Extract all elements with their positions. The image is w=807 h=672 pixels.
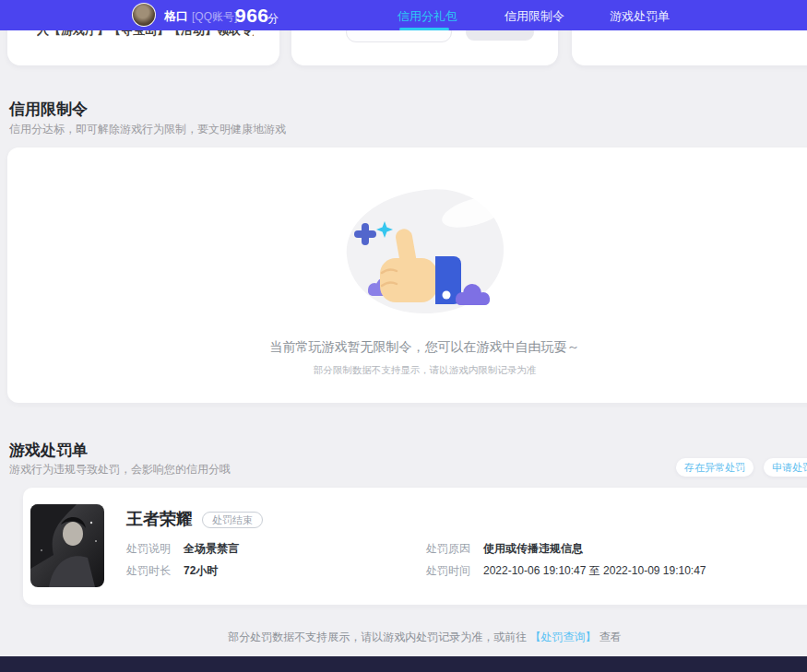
- tab-credit-restriction[interactable]: 信用限制令: [504, 8, 564, 25]
- game-name: 王者荣耀: [126, 508, 193, 530]
- credit-score: 966: [235, 5, 269, 27]
- thumbs-up-illustration: [338, 183, 513, 321]
- penalty-time-value: 2022-10-06 19:10:47 至 2022-10-09 19:10:4…: [483, 564, 706, 577]
- penalty-appeal-button[interactable]: 申请处罚申诉: [764, 458, 807, 477]
- tab-game-penalty[interactable]: 游戏处罚单: [610, 8, 670, 25]
- tab-credit-gift[interactable]: 信用分礼包: [398, 8, 457, 25]
- penalty-desc-row: 处罚说明全场景禁言: [126, 541, 239, 557]
- penalty-time-label: 处罚时间: [426, 564, 470, 577]
- penalty-reason-row: 处罚原因使用或传播违规信息: [426, 541, 583, 557]
- page-footer-bar: [0, 656, 807, 672]
- penalty-duration-label: 处罚时长: [126, 564, 171, 577]
- penalty-section-subtitle: 游戏行为违规导致处罚，会影响您的信用分哦: [9, 462, 231, 477]
- restriction-section-title: 信用限制令: [9, 99, 88, 120]
- penalty-footer-note: 部分处罚数据不支持展示，请以游戏内处罚记录为准，或前往 【处罚查询】 查看: [7, 630, 807, 645]
- user-name: 格口: [164, 8, 188, 25]
- avatar: [132, 3, 156, 27]
- penalty-query-link[interactable]: 【处罚查询】: [530, 631, 597, 643]
- penalty-duration-value: 72小时: [184, 564, 218, 577]
- header-bar: 格口 [QQ账号] 966 分 信用分礼包 信用限制令 游戏处罚单: [0, 0, 807, 30]
- abnormal-penalty-button[interactable]: 存在异常处罚: [676, 458, 754, 477]
- account-type-label: [QQ账号]: [192, 9, 237, 25]
- empty-state-message: 当前常玩游戏暂无限制令，您可以在游戏中自由玩耍～: [270, 339, 580, 356]
- penalty-desc-value: 全场景禁言: [184, 542, 239, 555]
- penalty-section-title: 游戏处罚单: [9, 440, 88, 461]
- active-tab-underline: [399, 28, 449, 30]
- penalty-record-card: 王者荣耀 处罚结束 处罚说明全场景禁言 处罚原因使用或传播违规信息 处罚时长72…: [23, 488, 807, 605]
- penalty-status-badge: 处罚结束: [202, 512, 263, 528]
- penalty-desc-label: 处罚说明: [126, 542, 171, 555]
- penalty-duration-row: 处罚时长72小时: [126, 563, 218, 579]
- penalty-reason-value: 使用或传播违规信息: [483, 542, 583, 555]
- penalty-reason-label: 处罚原因: [426, 542, 470, 555]
- footer-note-suffix: 查看: [597, 631, 622, 643]
- game-thumbnail: [30, 504, 104, 587]
- credit-score-unit: 分: [267, 11, 279, 27]
- empty-state-note: 部分限制数据不支持显示，请以游戏内限制记录为准: [314, 364, 537, 377]
- restriction-empty-panel: 当前常玩游戏暂无限制令，您可以在游戏中自由玩耍～ 部分限制数据不支持显示，请以游…: [7, 147, 807, 403]
- restriction-section-subtitle: 信用分达标，即可解除游戏行为限制，要文明健康地游戏: [9, 122, 286, 137]
- footer-note-prefix: 部分处罚数据不支持展示，请以游戏内处罚记录为准，或前往: [228, 631, 529, 643]
- penalty-time-row: 处罚时间2022-10-06 19:10:47 至 2022-10-09 19:…: [426, 563, 706, 579]
